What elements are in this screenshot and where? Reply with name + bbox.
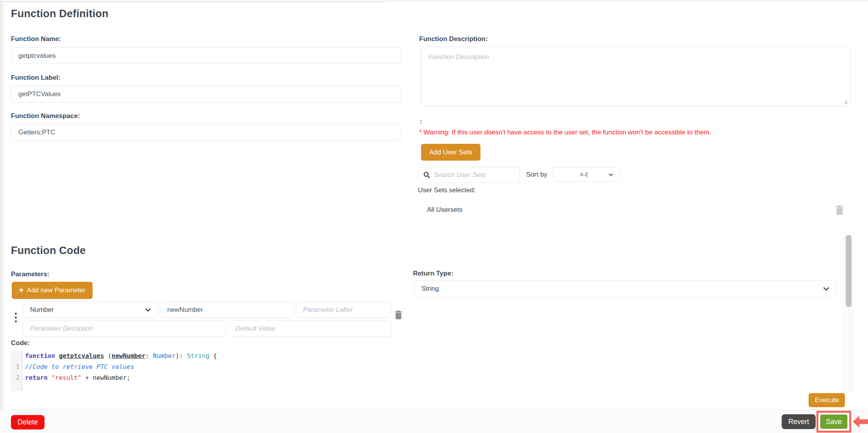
code-line-2: return "result" + newNumber; <box>25 372 416 383</box>
function-label-input[interactable] <box>11 86 401 102</box>
remove-user-set-trash-icon[interactable] <box>835 205 844 216</box>
chevron-down-icon <box>822 285 830 293</box>
parameter-description-input[interactable] <box>23 320 226 336</box>
top-border-left <box>3 1 386 2</box>
user-sets-warning-text: * Warning: If this user doesn't have acc… <box>419 129 711 136</box>
save-button-highlight-box: Save <box>816 411 851 433</box>
vertical-scrollbar-track[interactable] <box>844 232 854 394</box>
save-button[interactable]: Save <box>820 415 847 429</box>
parameter-drag-handle[interactable] <box>15 313 17 322</box>
user-sets-selected-label: User Sets selected: <box>418 186 475 194</box>
add-new-parameter-label: Add new Parameter <box>27 286 86 294</box>
parameter-type-value: Number <box>30 306 145 314</box>
function-name-input[interactable] <box>11 47 401 64</box>
chevron-down-icon <box>608 172 614 177</box>
add-new-parameter-button[interactable]: + Add new Parameter <box>12 282 93 299</box>
code-editor[interactable]: function getptcvalues (newNumber: Number… <box>25 351 416 383</box>
function-name-label: Function Name: <box>11 35 61 43</box>
return-type-label: Return Type: <box>413 270 454 277</box>
search-icon <box>423 171 430 179</box>
line-number: 2 <box>11 372 20 383</box>
function-description-textarea[interactable] <box>421 47 850 106</box>
sort-order-value: A-Z <box>560 172 608 177</box>
line-number: 1 <box>11 361 20 372</box>
sort-order-select[interactable]: A-Z <box>552 167 620 182</box>
add-user-sets-button[interactable]: Add User Sets <box>421 144 480 161</box>
code-line-1: //Code to retrieve PTC values <box>25 361 416 372</box>
parameter-label-input[interactable] <box>296 302 391 318</box>
delete-parameter-trash-icon[interactable] <box>394 310 403 320</box>
parameter-type-select[interactable]: Number <box>23 302 157 318</box>
section-title-function-code: Function Code <box>11 245 86 257</box>
sort-by-label: Sort by <box>526 171 547 179</box>
plus-icon: + <box>19 286 24 295</box>
return-type-value: String <box>421 285 822 293</box>
section-title-function-definition: Function Definition <box>11 8 109 20</box>
page-left-gutter <box>0 0 3 433</box>
function-namespace-label: Function Namespace: <box>11 112 80 120</box>
code-signature-line: function getptcvalues (newNumber: Number… <box>25 351 416 361</box>
parameters-label: Parameters: <box>11 270 49 278</box>
resize-handle-icon[interactable] <box>843 99 848 104</box>
footer-bar <box>0 410 868 433</box>
user-sets-search-box <box>418 167 520 183</box>
vertical-scrollbar-thumb[interactable] <box>846 235 852 307</box>
function-editor-screen: Function Definition Function Name: Funct… <box>0 0 868 433</box>
footer-divider <box>0 410 868 410</box>
annotation-arrow-left-icon <box>853 415 868 428</box>
parameter-default-value-input[interactable] <box>228 320 391 336</box>
user-set-name: All Usersets <box>427 206 463 213</box>
parameter-name-input[interactable] <box>160 302 293 318</box>
user-set-list-item: All Usersets <box>427 206 463 214</box>
code-label: Code: <box>11 339 30 347</box>
delete-button[interactable]: Delete <box>11 415 45 429</box>
user-sets-search-input[interactable] <box>434 171 516 179</box>
user-sets-colon-label: : <box>420 118 422 125</box>
return-type-select[interactable]: String <box>414 280 836 297</box>
function-description-label: Function Description: <box>419 35 488 43</box>
function-namespace-input[interactable] <box>11 124 401 141</box>
top-border-right <box>386 0 868 1</box>
execute-button[interactable]: Execute <box>809 393 845 407</box>
chevron-down-icon <box>145 306 152 313</box>
revert-button[interactable]: Revert <box>782 414 816 429</box>
code-gutter: 1 2 <box>11 351 23 391</box>
function-label-label: Function Label: <box>11 74 61 82</box>
